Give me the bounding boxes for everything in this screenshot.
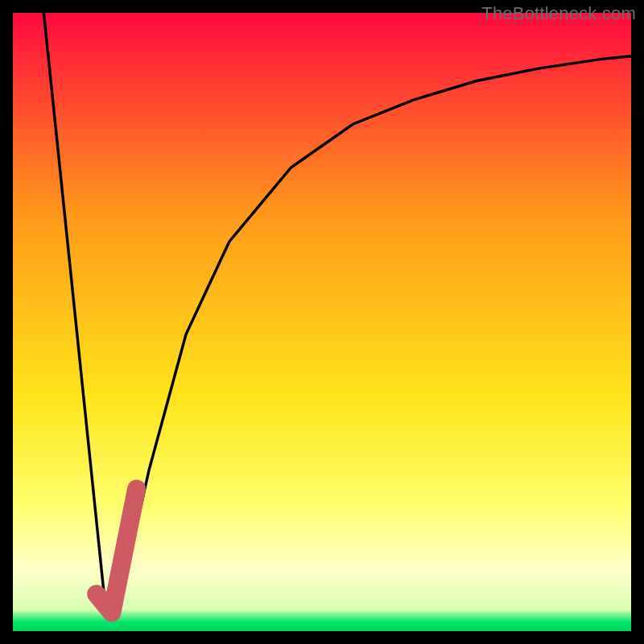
plot-area [13, 13, 631, 631]
bottleneck-curve-right [118, 56, 631, 609]
selection-marker-j [97, 489, 137, 613]
bottleneck-curve-left [43, 13, 105, 609]
curve-layer [13, 13, 631, 631]
watermark-text: TheBottleneck.com [481, 3, 636, 24]
chart-frame: TheBottleneck.com [0, 0, 644, 644]
